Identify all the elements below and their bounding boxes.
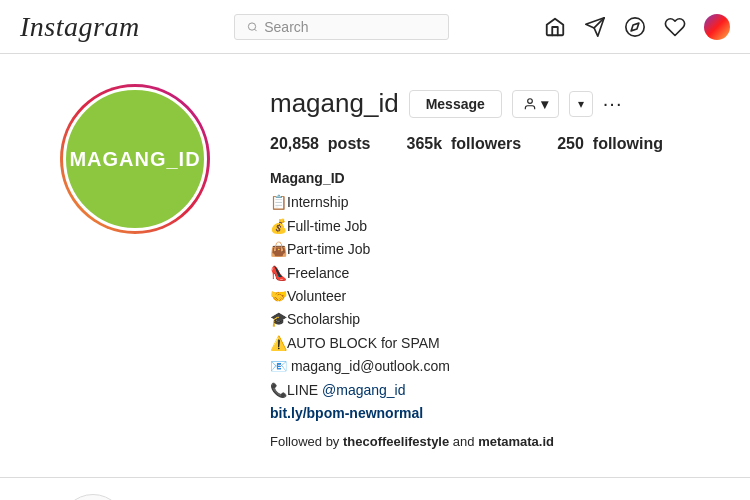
bio-line-2: 💰Full-time Job (270, 215, 710, 237)
send-icon[interactable] (584, 16, 606, 38)
bio-line-1: 📋Internship (270, 191, 710, 213)
followers-stat: 365k followers (407, 135, 522, 153)
bio-link[interactable]: bit.ly/bpom-newnormal (270, 405, 423, 421)
bio-link-line: bit.ly/bpom-newnormal (270, 402, 710, 424)
followed-by: Followed by thecoffeelifestyle and metam… (270, 432, 710, 453)
profile-avatar-wrap: MAGANG_ID (60, 84, 210, 453)
story-item[interactable]: 🦠 Fight4Cor... (60, 494, 126, 500)
home-icon[interactable] (544, 16, 566, 38)
followers-count: 365k (407, 135, 443, 152)
profile-header: magang_id Message ▾ ▾ ··· (270, 88, 710, 119)
message-button[interactable]: Message (409, 90, 502, 118)
following-count: 250 (557, 135, 584, 152)
svg-point-4 (626, 17, 644, 35)
following-stat: 250 following (557, 135, 663, 153)
posts-stat: 20,858 posts (270, 135, 371, 153)
svg-marker-5 (631, 23, 639, 31)
instagram-logo: Instagram (20, 11, 140, 43)
options-caret-button[interactable]: ▾ (569, 91, 593, 117)
avatar: MAGANG_ID (63, 87, 207, 231)
nav-icons (544, 14, 730, 40)
nav-avatar[interactable] (704, 14, 730, 40)
dropdown-caret: ▾ (541, 96, 548, 112)
profile-stats: 20,858 posts 365k followers 250 followin… (270, 135, 710, 153)
story-circle: 🦠 (60, 494, 126, 500)
stories-row: 🦠 Fight4Cor... (0, 477, 750, 500)
bio-line-8: 📧 magang_id@outlook.com (270, 355, 710, 377)
username: magang_id (270, 88, 399, 119)
bio-line-9: 📞LINE @magang_id (270, 379, 710, 401)
more-options-button[interactable]: ··· (603, 92, 623, 115)
profile-bio: Magang_ID 📋Internship 💰Full-time Job 👜Pa… (270, 167, 710, 453)
posts-count: 20,858 (270, 135, 319, 152)
follow-dropdown-button[interactable]: ▾ (512, 90, 559, 118)
person-icon (523, 97, 537, 111)
search-input[interactable] (264, 19, 436, 35)
svg-line-1 (255, 29, 257, 31)
search-bar[interactable] (234, 14, 449, 40)
followers-label: followers (451, 135, 521, 152)
bio-line-3: 👜Part-time Job (270, 238, 710, 260)
bio-line-4: 👠Freelance (270, 262, 710, 284)
bio-line-5: 🤝Volunteer (270, 285, 710, 307)
followed-by-label: Followed by (270, 434, 339, 449)
search-icon (247, 21, 258, 33)
bio-mention: @magang_id (322, 382, 406, 398)
followed-by-user-1[interactable]: thecoffeelifestyle (343, 434, 449, 449)
bio-line-6: 🎓Scholarship (270, 308, 710, 330)
heart-icon[interactable] (664, 16, 686, 38)
following-label: following (593, 135, 663, 152)
avatar-ring: MAGANG_ID (60, 84, 210, 234)
profile-info: magang_id Message ▾ ▾ ··· 20,858 posts 3… (270, 84, 710, 453)
profile-container: MAGANG_ID magang_id Message ▾ ▾ ··· 20,8… (0, 54, 750, 473)
compass-icon[interactable] (624, 16, 646, 38)
bio-line-7: ⚠️AUTO BLOCK for SPAM (270, 332, 710, 354)
svg-point-6 (527, 98, 532, 103)
followed-by-user-2[interactable]: metamata.id (478, 434, 554, 449)
bio-display-name: Magang_ID (270, 167, 710, 189)
posts-label: posts (328, 135, 371, 152)
svg-point-0 (249, 22, 256, 29)
top-nav: Instagram (0, 0, 750, 54)
